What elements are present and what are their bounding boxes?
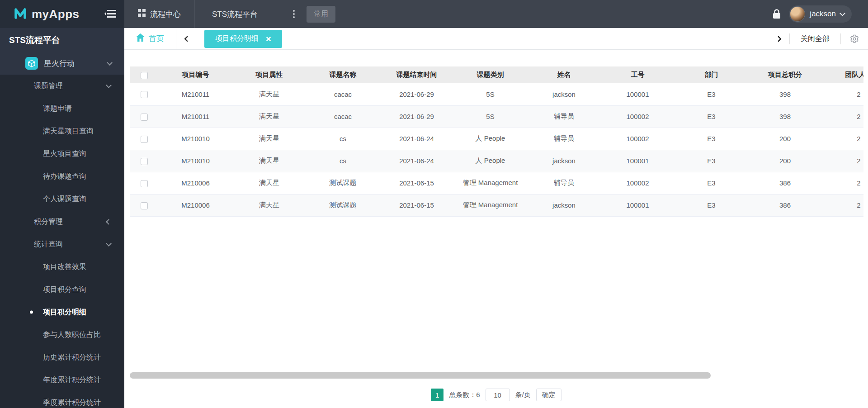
row-checkbox[interactable] [141,136,148,143]
nav-process-center[interactable]: 流程中心 [124,0,195,28]
table-cell: 人 People [453,150,527,172]
tab-active[interactable]: 项目积分明细 × [204,30,282,48]
table-cell: E3 [675,194,748,216]
sidebar-title: STS流程平台 [0,28,124,52]
close-all-button[interactable]: 关闭全部 [789,33,841,44]
grid-icon [138,9,146,19]
table-cell: 200 [748,128,822,150]
sidebar-item-label: 项目积分明细 [43,308,86,317]
sidebar-item-label: 统计查询 [34,240,63,249]
column-header: 项目总积分 [748,66,822,83]
confirm-button[interactable]: 确定 [536,389,561,401]
column-header: 课题类别 [453,66,527,83]
user-name: jackson [810,9,836,19]
sidebar-item[interactable]: 统计查询 [0,233,124,256]
column-header: 工号 [601,66,675,83]
content-panel: 项目编号项目属性课题名称课题结束时间课题类别姓名工号部门项目总积分团队人数 M2… [124,50,868,408]
table-cell: 386 [748,172,822,194]
home-icon [136,33,145,44]
sidebar-item[interactable]: 季度累计积分统计 [0,391,124,408]
sidebar-item[interactable]: 课题申请 [0,97,124,120]
table-cell: 2 [822,128,863,150]
table-cell: M210011 [159,105,232,128]
user-menu[interactable]: jackson [789,5,852,23]
sidebar-collapse-icon[interactable] [104,9,116,19]
table-cell: M210006 [159,194,232,216]
table-cell: 5S [453,83,527,105]
chevron-left-icon [106,219,112,225]
sidebar-item-label: 星火项目查询 [43,149,86,159]
column-header: 部门 [675,66,748,83]
table-row: M210010满天星cs2021-06-24人 Peoplejackson100… [130,150,863,172]
sidebar-item[interactable]: 星火项目查询 [0,142,124,165]
table-row: M210011满天星cacac2021-06-295S辅导员100002E339… [130,105,863,128]
sidebar-item[interactable]: 待办课题查询 [0,165,124,188]
more-dots-icon[interactable] [293,10,295,18]
table-cell: M210010 [159,128,232,150]
tab-home[interactable]: 首页 [124,28,176,49]
table-cell: jackson [527,150,601,172]
total-value: 6 [476,391,480,399]
sidebar-item-label: 历史累计积分统计 [43,353,101,362]
row-checkbox[interactable] [141,158,148,165]
sidebar-item[interactable]: 项目积分查询 [0,278,124,301]
sidebar-root-item[interactable]: 星火行动 [0,52,124,75]
favorite-button[interactable]: 常用 [307,6,335,23]
page-size-input[interactable] [486,389,510,401]
tab-bar: 首页 项目积分明细 × 关闭全部 [124,28,868,50]
topbar-nav: 流程中心 STS流程平台 常用 jackson [124,0,868,28]
sidebar-item[interactable]: 项目改善效果 [0,256,124,278]
table-cell: 满天星 [232,150,306,172]
sidebar-item[interactable]: 历史累计积分统计 [0,346,124,369]
table-cell: cacac [306,83,380,105]
table-cell: 398 [748,105,822,128]
table-header-row: 项目编号项目属性课题名称课题结束时间课题类别姓名工号部门项目总积分团队人数 [130,66,863,83]
per-page-label: 条/页 [515,391,531,399]
table-cell: 2 [822,172,863,194]
tab-close-icon[interactable]: × [266,34,271,43]
topbar: myApps 流程中心 STS流程平台 [0,0,868,28]
active-item-bullet [30,311,33,314]
row-checkbox[interactable] [141,114,148,121]
table-cell: 2021-06-29 [380,83,453,105]
total-count-label: 总条数：6 [449,391,480,399]
tabs-scroll-right-button[interactable] [768,28,789,49]
lock-icon[interactable] [773,9,781,19]
table-row: M210006满天星测试课题2021-06-15管理 Managementjac… [130,194,863,216]
select-all-checkbox[interactable] [141,72,148,79]
sidebar-item-label: 课题管理 [34,81,63,91]
sidebar-item[interactable]: 年度累计积分统计 [0,369,124,391]
settings-button[interactable] [841,34,868,43]
sidebar-item[interactable]: 个人课题查询 [0,188,124,210]
gear-icon [850,34,859,43]
sidebar-item[interactable]: 参与人数职位占比 [0,323,124,346]
table-row: M210010满天星cs2021-06-24人 People辅导员100002E… [130,128,863,150]
table-cell: 满天星 [232,105,306,128]
chevron-left-icon [184,35,190,42]
tabs-scroll-left-button[interactable] [176,28,198,49]
nav-platform[interactable]: STS流程平台 [195,0,275,28]
sidebar-item[interactable]: 课题管理 [0,75,124,97]
table-cell: E3 [675,128,748,150]
horizontal-scrollbar[interactable] [130,372,711,379]
topbar-brand-area: myApps [0,0,124,28]
sidebar-item-label: 项目积分查询 [43,285,86,294]
sidebar-item-label: 季度累计积分统计 [43,398,101,408]
row-checkbox[interactable] [141,180,148,187]
sidebar-item[interactable]: 积分管理 [0,210,124,233]
table-cell: 满天星 [232,194,306,216]
sidebar-item-label: 年度累计积分统计 [43,375,101,385]
row-checkbox[interactable] [141,202,148,209]
page-1-button[interactable]: 1 [431,389,443,401]
row-checkbox[interactable] [141,91,148,98]
table-cell: 100001 [601,150,675,172]
sidebar-root-label: 星火行动 [44,58,75,69]
sidebar-item[interactable]: 项目积分明细 [0,301,124,323]
table-cell: 100001 [601,83,675,105]
table-cell: 辅导员 [527,128,601,150]
table-cell: E3 [675,105,748,128]
sidebar-item-label: 参与人数职位占比 [43,330,101,340]
app-logo[interactable]: myApps [14,6,80,22]
table-cell: 管理 Management [453,172,527,194]
sidebar-item[interactable]: 满天星项目查询 [0,120,124,142]
